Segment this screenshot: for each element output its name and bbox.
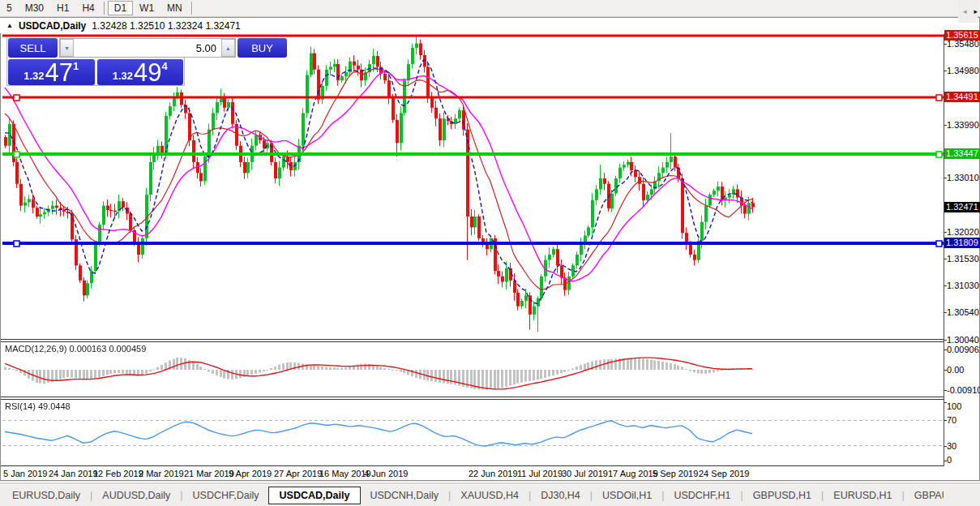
timeframe-button-d1[interactable]: D1 [108,1,133,15]
price-label: 1.30040 [947,335,979,345]
sell-price-pips: 47 [45,62,73,84]
tab-eurusd-daily[interactable]: EURUSD,Daily [3,487,89,504]
price-label-highlighted: 1.34491 [944,92,980,102]
symbol-tab-bar: EURUSD,Daily|AUDUSD,Daily|USDCHF,DailyUS… [0,483,980,506]
date-label: 17 Aug 2019 [608,469,658,478]
rsi-axis-label: 70 [947,415,956,425]
sell-price-prefix: 1.32 [24,70,44,82]
rsi-axis-tick [944,420,947,421]
price-label-highlighted: 1.35615 [944,30,980,41]
tab-usdcnh-daily[interactable]: USDCNH,Daily [361,487,447,504]
price-label: 1.34980 [947,66,979,75]
sell-price-point: 1 [73,60,79,72]
date-label: 2 Mar 2019 [139,469,184,478]
price-label: 1.32020 [947,227,979,237]
tab-eurusd-h1[interactable]: EURUSD,H1 [824,487,901,504]
volume-input[interactable] [74,39,221,57]
price-label: 1.33990 [947,120,979,130]
one-click-trading-panel: SELL ▼ ▲ BUY 1.32 47 1 1.32 49 4 [6,36,185,86]
rsi-axis-label: 30 [947,441,956,451]
rsi-axis-label: 0 [947,455,952,465]
macd-axis-tick [944,349,947,350]
application: 5M30H1H4D1W1MN ▲ USDCAD,Daily 1.32428 1.… [0,0,980,506]
macd-axis-label: 0.00 [947,365,964,375]
buy-price-point: 4 [162,60,168,72]
buy-price-pips: 49 [134,62,161,84]
pane-separator[interactable] [1,339,979,340]
rsi-indicator-label: RSI(14) 49.0448 [5,401,71,411]
tab-scroll-right-icon[interactable]: ▸ [974,7,978,15]
date-label: 24 Jan 2019 [49,469,98,478]
rsi-axis-label: 100 [947,401,961,411]
macd-axis-label: 0.009062 [947,345,980,354]
price-label-highlighted: 1.31809 [944,238,980,248]
tab-usdoil-h1[interactable]: USDOil,H1 [593,487,661,504]
pane-separator[interactable] [1,397,979,397]
price-label: 1.30540 [947,307,979,317]
date-label: 11 Jul 2019 [517,469,563,478]
tab-scroll-left-icon[interactable]: ◂ [963,7,967,15]
volume-spinner: ▼ ▲ [59,38,236,58]
date-label: 12 Feb 2019 [93,469,143,478]
timeframe-toolbar: 5M30H1H4D1W1MN [0,0,980,17]
tab-xauusd-h4[interactable]: XAUUSD,H4 [451,487,528,504]
macd-axis-label: -0.009107 [947,385,980,395]
date-label: 24 Sep 2019 [699,469,749,478]
collapse-triangle-icon[interactable]: ▲ [6,22,13,29]
date-label: 5 Jan 2019 [3,469,47,478]
pane-separator [1,341,979,342]
timeframe-button-mn[interactable]: MN [160,1,189,15]
date-label: 27 Apr 2019 [274,469,322,478]
sell-button[interactable]: SELL [8,38,58,58]
macd-indicator-label: MACD(12,26,9) 0.000163 0.000459 [5,344,146,354]
chart-symbol-label: USDCAD,Daily [19,20,86,32]
date-label: 4 Jun 2019 [364,469,408,478]
date-label: 9 Apr 2019 [229,469,272,478]
timeframe-button-h1[interactable]: H1 [50,1,75,15]
volume-decrease-icon[interactable]: ▼ [60,39,74,57]
timeframe-button-h4[interactable]: H4 [75,1,101,15]
volume-increase-icon[interactable]: ▲ [221,39,235,57]
date-label: 30 Jul 2019 [562,469,608,478]
tab-scroll-controls: ◂▸ [958,0,978,23]
pane-separator [1,399,979,400]
date-label: 22 Jun 2019 [469,469,518,478]
buy-button[interactable]: BUY [238,38,287,58]
price-label-highlighted: 1.33447 [944,148,980,159]
tab-usdcad-daily[interactable]: USDCAD,Daily [268,487,362,504]
toolbar-separator [191,2,193,15]
pane-separator [1,465,979,466]
price-label: 1.31530 [947,254,979,264]
price-label: 1.33010 [947,173,979,182]
toolbar-separator [104,2,105,15]
tab-audusd-daily[interactable]: AUDUSD,Daily [93,487,179,504]
buy-price-prefix: 1.32 [113,70,133,82]
tab-usdchf-daily[interactable]: USDCHF,Daily [184,487,268,504]
timeframe-button-w1[interactable]: W1 [133,1,160,15]
tab-dj30-h4[interactable]: DJ30,H4 [532,487,589,504]
chart-ohlc-values: 1.32428 1.32510 1.32324 1.32471 [92,20,241,32]
macd-axis-tick [944,370,947,371]
date-label: 5 Sep 2019 [653,469,698,478]
macd-axis-tick [944,390,947,391]
timeframe-button-m30[interactable]: M30 [19,1,50,15]
rsi-axis-tick [944,461,947,461]
tab-usdchf-h1[interactable]: USDCHF,H1 [665,487,739,504]
price-label: 1.31030 [947,281,979,290]
price-label-highlighted: 1.32471 [944,202,980,212]
timeframe-button-5[interactable]: 5 [0,1,19,15]
rsi-axis-tick [944,446,947,447]
tab-gbpusd-h1[interactable]: GBPUSD,H1 [744,487,820,504]
sell-price-display[interactable]: 1.32 47 1 [8,59,95,85]
rsi-pane-canvas[interactable] [2,400,944,465]
chart-title-bar: ▲ USDCAD,Daily 1.32428 1.32510 1.32324 1… [0,18,973,33]
tab-gbpaud-h1[interactable]: GBPAUD,H1 [905,487,944,504]
rsi-axis-tick [944,402,947,403]
buy-price-display[interactable]: 1.32 49 4 [97,59,184,85]
date-label: 21 Mar 2019 [184,469,234,478]
